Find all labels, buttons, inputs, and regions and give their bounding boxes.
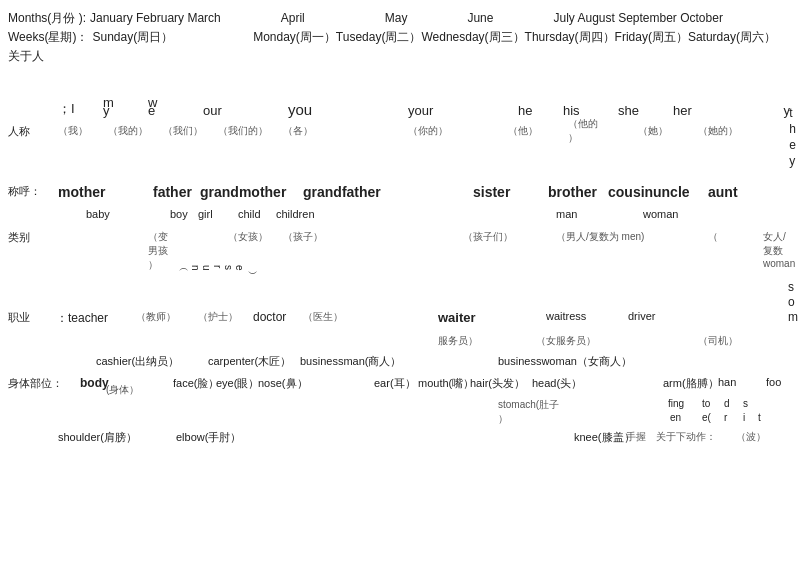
zhiye-doctor: doctor bbox=[253, 310, 286, 324]
shenti-nose: nose(鼻） bbox=[258, 376, 308, 391]
leibie-haizimen: （孩子们） bbox=[463, 230, 513, 244]
right-s: s bbox=[788, 280, 798, 295]
leibie-bracket: （ bbox=[708, 230, 718, 244]
months-rest: July August September October bbox=[553, 11, 722, 25]
shenti-head: head(头） bbox=[532, 376, 582, 391]
leibie-nanren: （男人/复数为 men) bbox=[556, 230, 644, 244]
chenghu-label: 称呼： bbox=[8, 184, 41, 199]
zhiye-hushi: （护士） bbox=[198, 310, 238, 324]
shenti-shoulder: shoulder(肩膀） bbox=[58, 430, 137, 445]
shenti-guanyu: 关于下动作： bbox=[656, 430, 716, 444]
pronoun-your: your bbox=[408, 103, 433, 118]
rencheng-label: 人称 bbox=[8, 124, 30, 139]
chenghu-cousin: cousin bbox=[608, 184, 653, 200]
shenti-i2: i bbox=[743, 412, 745, 423]
zhiye-bracket2: （ bbox=[136, 310, 146, 324]
zhiye-driver: driver bbox=[628, 310, 656, 322]
shenti-r: r bbox=[724, 412, 727, 423]
zhiye-jiaoshi: 教师） bbox=[146, 310, 176, 324]
shenti-bo: （波） bbox=[736, 430, 766, 444]
pronoun-his: his bbox=[563, 103, 580, 118]
shenti-shoulder-row: shoulder(肩膀） elbow(手肘） knee(膝盖） 手握 关于下动作… bbox=[8, 430, 792, 452]
shenti-e: e( bbox=[702, 412, 711, 423]
weeks-label: Weeks(星期)： bbox=[8, 29, 88, 46]
pronoun-y-right: y bbox=[784, 103, 791, 118]
shenti-row: 身体部位： body(身体） face(脸） eye(眼） nose(鼻） ea… bbox=[8, 376, 792, 396]
weeks-rest: Monday(周一）Tuseday(周二）Wednesday(周三）Thursd… bbox=[253, 29, 776, 46]
family-children: children bbox=[276, 208, 315, 220]
shenti-elbow: elbow(手肘） bbox=[176, 430, 241, 445]
family-boy: boy bbox=[170, 208, 188, 220]
shenti-arm: arm(胳膊） bbox=[663, 376, 719, 391]
shenti-han: han bbox=[718, 376, 736, 388]
shenti-stomach: stomach(肚子） bbox=[498, 398, 559, 426]
pronoun-we-bot: e bbox=[148, 103, 155, 118]
months-jan-mar: January February March bbox=[90, 11, 221, 25]
rencheng-wode: （我的） bbox=[108, 124, 148, 138]
leibie-nv: 女人/复数woman bbox=[763, 230, 795, 269]
months-label: Months(月份 ): bbox=[8, 10, 86, 27]
shenti-body-cn: (身体） bbox=[106, 383, 139, 397]
shenti-fing: fing bbox=[668, 398, 684, 409]
rencheng-tade-m: （他的） bbox=[568, 117, 598, 145]
family-child: child bbox=[238, 208, 261, 220]
shenti-t2: t bbox=[758, 412, 761, 423]
zhiye-waiter: waiter bbox=[438, 310, 476, 325]
shenti-foo: foo bbox=[766, 376, 781, 388]
pronoun-i-small: ；I bbox=[58, 100, 75, 118]
chenghu-brother: brother bbox=[548, 184, 597, 200]
leibie-haizi: （孩子） bbox=[283, 230, 323, 244]
chenghu-mother: mother bbox=[58, 184, 105, 200]
rencheng-ge: （各） bbox=[283, 124, 313, 138]
zhiye-businessman: businessman(商人） bbox=[300, 354, 401, 369]
family-baby: baby bbox=[86, 208, 110, 220]
chenghu-uncle: uncle bbox=[653, 184, 690, 200]
rencheng-row: 人称 （我） （我的） （我们） （我们的） （各） （你的） （他） （他的）… bbox=[8, 120, 792, 142]
rencheng-women: （我们） bbox=[163, 124, 203, 138]
shenti-to: to bbox=[702, 398, 710, 409]
rencheng-ta-f: （她） bbox=[638, 124, 668, 138]
leibie-row: 类别 （变男孩） （女孩） （孩子） （孩子们） （男人/复数为 men) （ … bbox=[8, 230, 792, 265]
shenti-body: body bbox=[80, 376, 109, 390]
right-o: o bbox=[788, 295, 798, 310]
spacer1 bbox=[8, 144, 792, 164]
rencheng-ta-m: （他） bbox=[508, 124, 538, 138]
rencheng-womende: （我们的） bbox=[218, 124, 268, 138]
pronoun-her: her bbox=[673, 103, 692, 118]
zhiye-row: 职业 ：teacher （ 教师） （护士） doctor （医生） waite… bbox=[8, 310, 792, 332]
family-man: man bbox=[556, 208, 577, 220]
main-page: Months(月份 ): January February March Apri… bbox=[0, 0, 800, 566]
pronoun-our: our bbox=[203, 103, 222, 118]
chenghu-father: father bbox=[153, 184, 192, 200]
months-april: April bbox=[281, 11, 305, 25]
shenti-face: face(脸） bbox=[173, 376, 219, 391]
family-row2: baby boy girl child children man woman bbox=[8, 208, 792, 228]
leibie-nvhai: （女孩） bbox=[228, 230, 268, 244]
rencheng-nide: （你的） bbox=[408, 124, 448, 138]
chenghu-grandmother: grandmother bbox=[200, 184, 286, 200]
zhiye-fuwuyuan: 服务员） bbox=[438, 334, 478, 348]
family-girl: girl bbox=[198, 208, 213, 220]
nurse-row: （nurse） bbox=[8, 265, 792, 280]
pronouns-big-row: ；I m y w e our you your he his she her y bbox=[8, 73, 792, 118]
shenti-s2: s bbox=[743, 398, 748, 409]
shenti-d: d bbox=[724, 398, 730, 409]
zhiye-carpenter: carpenter(木匠） bbox=[208, 354, 291, 369]
rencheng-wo: （我） bbox=[58, 124, 88, 138]
zhiye-yisheng: （医生） bbox=[303, 310, 343, 324]
rencheng-tade-f: （她的） bbox=[698, 124, 738, 138]
shenti-label: 身体部位： bbox=[8, 376, 63, 391]
months-row: Months(月份 ): January February March Apri… bbox=[8, 10, 792, 27]
zhiye-colon-teacher: ：teacher bbox=[56, 310, 108, 327]
months-june: June bbox=[467, 11, 493, 25]
zhiye-nvfuwuyuan: （女服务员） bbox=[536, 334, 596, 348]
months-may: May bbox=[385, 11, 408, 25]
leibie-label: 类别 bbox=[8, 230, 30, 245]
shenti-shouwo: 手握 bbox=[626, 430, 646, 444]
shenti-stomach-row: stomach(肚子） fing to d s en e( r i t bbox=[8, 398, 792, 428]
zhiye-siji: （司机） bbox=[698, 334, 738, 348]
shenti-eye: eye(眼） bbox=[216, 376, 259, 391]
right-y: y bbox=[789, 153, 796, 169]
pronoun-my-bot: y bbox=[103, 103, 110, 118]
nurse-label: （nurse） bbox=[176, 265, 259, 272]
